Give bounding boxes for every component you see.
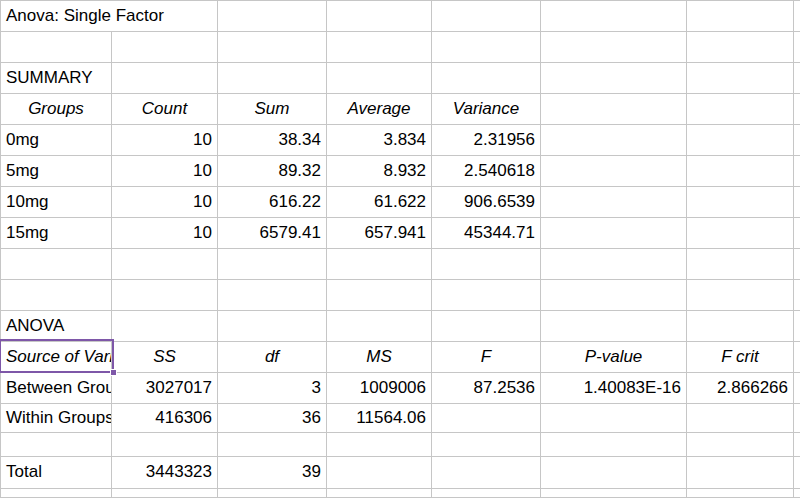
cell-within-groups-ss[interactable]: 416306 [112, 404, 218, 433]
cell-average-5mg[interactable]: 8.932 [327, 156, 432, 187]
header-p-value[interactable]: P-value [541, 342, 687, 373]
cell-empty[interactable] [687, 187, 794, 218]
cell-empty[interactable] [541, 94, 687, 125]
cell-empty[interactable] [1, 249, 112, 280]
cell-between-groups-pvalue[interactable]: 1.40083E-16 [541, 373, 687, 404]
cell-empty[interactable] [541, 32, 687, 63]
cell-anova-title[interactable]: Anova: Single Factor [1, 1, 218, 32]
cell-empty[interactable] [687, 280, 794, 311]
cell-empty[interactable] [112, 433, 218, 457]
fill-handle[interactable] [110, 369, 117, 376]
cell-group-10mg[interactable]: 10mg [1, 187, 112, 218]
cell-within-groups-ms[interactable]: 11564.06 [327, 404, 432, 433]
cell-empty[interactable] [432, 404, 541, 433]
cell-empty[interactable] [794, 457, 800, 489]
cell-empty[interactable] [541, 311, 687, 342]
cell-average-10mg[interactable]: 61.622 [327, 187, 432, 218]
cell-count-0mg[interactable]: 10 [112, 125, 218, 156]
cell-count-5mg[interactable]: 10 [112, 156, 218, 187]
header-average[interactable]: Average [327, 94, 432, 125]
cell-variance-5mg[interactable]: 2.540618 [432, 156, 541, 187]
cell-variance-10mg[interactable]: 906.6539 [432, 187, 541, 218]
cell-sum-0mg[interactable]: 38.34 [218, 125, 327, 156]
cell-variance-0mg[interactable]: 2.31956 [432, 125, 541, 156]
cell-empty[interactable] [327, 311, 432, 342]
cell-empty[interactable] [541, 1, 687, 32]
cell-empty[interactable] [794, 187, 800, 218]
cell-variance-15mg[interactable]: 45344.71 [432, 218, 541, 249]
cell-empty[interactable] [327, 32, 432, 63]
cell-empty[interactable] [112, 489, 218, 498]
cell-empty[interactable] [794, 63, 800, 94]
cell-empty[interactable] [432, 32, 541, 63]
cell-total-ss[interactable]: 3443323 [112, 457, 218, 489]
header-df[interactable]: df [218, 342, 327, 373]
cell-empty[interactable] [541, 63, 687, 94]
cell-count-10mg[interactable]: 10 [112, 187, 218, 218]
cell-empty[interactable] [794, 249, 800, 280]
cell-empty[interactable] [541, 156, 687, 187]
cell-empty[interactable] [112, 32, 218, 63]
cell-empty[interactable] [794, 373, 800, 404]
cell-empty[interactable] [687, 125, 794, 156]
cell-group-5mg[interactable]: 5mg [1, 156, 112, 187]
cell-between-groups-ss[interactable]: 3027017 [112, 373, 218, 404]
cell-empty[interactable] [432, 433, 541, 457]
cell-summary-label[interactable]: SUMMARY [1, 63, 112, 94]
cell-empty[interactable] [794, 342, 800, 373]
cell-empty[interactable] [794, 94, 800, 125]
cell-empty[interactable] [687, 433, 794, 457]
cell-empty[interactable] [687, 489, 794, 498]
cell-empty[interactable] [687, 156, 794, 187]
cell-empty[interactable] [541, 433, 687, 457]
cell-empty[interactable] [794, 404, 800, 433]
cell-empty[interactable] [432, 489, 541, 498]
cell-sum-10mg[interactable]: 616.22 [218, 187, 327, 218]
cell-empty[interactable] [112, 63, 218, 94]
cell-empty[interactable] [432, 63, 541, 94]
cell-empty[interactable] [687, 457, 794, 489]
cell-empty[interactable] [1, 433, 112, 457]
cell-empty[interactable] [541, 125, 687, 156]
cell-empty[interactable] [218, 249, 327, 280]
cell-empty[interactable] [432, 457, 541, 489]
cell-between-groups-fcrit[interactable]: 2.866266 [687, 373, 794, 404]
cell-empty[interactable] [1, 32, 112, 63]
cell-empty[interactable] [432, 280, 541, 311]
cell-empty[interactable] [687, 311, 794, 342]
cell-empty[interactable] [218, 280, 327, 311]
cell-sum-5mg[interactable]: 89.32 [218, 156, 327, 187]
cell-group-15mg[interactable]: 15mg [1, 218, 112, 249]
cell-empty[interactable] [687, 218, 794, 249]
cell-empty[interactable] [112, 311, 218, 342]
header-ss[interactable]: SS [112, 342, 218, 373]
header-sum[interactable]: Sum [218, 94, 327, 125]
cell-empty[interactable] [327, 249, 432, 280]
cell-total-label[interactable]: Total [1, 457, 112, 489]
cell-empty[interactable] [432, 311, 541, 342]
cell-empty[interactable] [687, 32, 794, 63]
header-count[interactable]: Count [112, 94, 218, 125]
cell-total-df[interactable]: 39 [218, 457, 327, 489]
cell-empty[interactable] [687, 1, 794, 32]
cell-empty[interactable] [218, 1, 327, 32]
cell-empty[interactable] [541, 457, 687, 489]
cell-empty[interactable] [112, 280, 218, 311]
cell-empty[interactable] [541, 404, 687, 433]
cell-empty[interactable] [218, 32, 327, 63]
cell-empty[interactable] [327, 1, 432, 32]
cell-group-0mg[interactable]: 0mg [1, 125, 112, 156]
cell-empty[interactable] [327, 433, 432, 457]
cell-empty[interactable] [541, 280, 687, 311]
cell-empty[interactable] [112, 249, 218, 280]
cell-within-groups-df[interactable]: 36 [218, 404, 327, 433]
cell-empty[interactable] [794, 125, 800, 156]
cell-between-groups-ms[interactable]: 1009006 [327, 373, 432, 404]
cell-empty[interactable] [794, 218, 800, 249]
cell-empty[interactable] [541, 489, 687, 498]
cell-empty[interactable] [218, 311, 327, 342]
cell-between-groups-f[interactable]: 87.2536 [432, 373, 541, 404]
cell-empty[interactable] [794, 280, 800, 311]
cell-empty[interactable] [218, 63, 327, 94]
cell-empty[interactable] [1, 489, 112, 498]
